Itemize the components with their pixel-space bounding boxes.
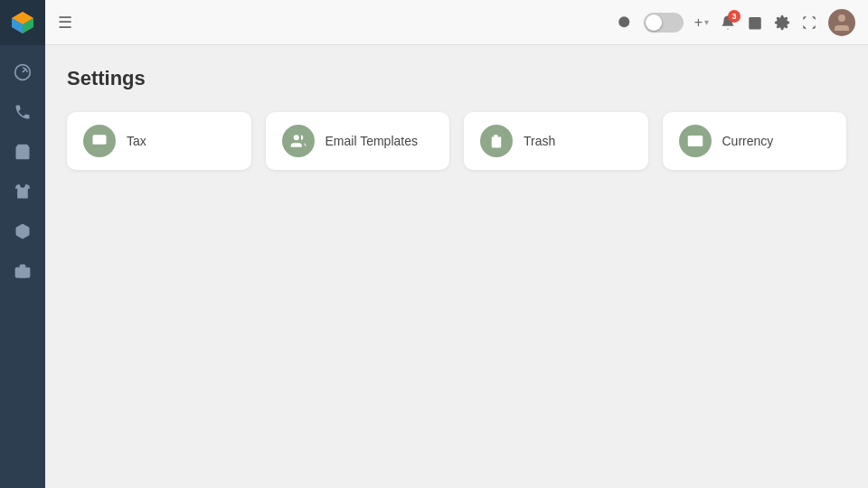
calendar-icon	[747, 14, 763, 31]
add-button[interactable]: + ▾	[694, 14, 709, 31]
briefcase-icon	[14, 262, 32, 280]
svg-point-23	[293, 135, 298, 140]
cart-icon	[14, 143, 32, 161]
calendar-button[interactable]	[747, 14, 763, 31]
trash-icon	[488, 133, 505, 149]
sidebar	[0, 0, 45, 488]
search-button[interactable]	[617, 14, 633, 31]
currency-label: Currency	[722, 134, 774, 148]
tax-icon-wrap	[83, 125, 116, 157]
search-icon	[617, 14, 633, 31]
svg-rect-14	[749, 17, 761, 30]
fullscreen-icon	[801, 14, 817, 31]
page-title: Settings	[67, 67, 846, 90]
email-templates-label: Email Templates	[326, 134, 418, 148]
fullscreen-button[interactable]	[801, 14, 817, 31]
chart-icon	[14, 302, 32, 320]
plus-label: +	[694, 14, 703, 31]
box-icon	[14, 222, 32, 240]
currency-icon-wrap	[679, 125, 712, 157]
hamburger-menu[interactable]: ☰	[58, 13, 72, 33]
settings-grid: Tax Email Templates Trash	[67, 112, 846, 170]
svg-rect-24	[687, 136, 703, 146]
settings-card-trash[interactable]: Trash	[464, 112, 648, 170]
avatar-icon	[831, 12, 853, 33]
clothing-icon	[14, 183, 32, 201]
app-logo[interactable]	[0, 0, 45, 45]
content-area: Settings Tax Email Templates	[45, 45, 868, 488]
settings-card-email-templates[interactable]: Email Templates	[266, 112, 450, 170]
settings-card-currency[interactable]: Currency	[663, 112, 847, 170]
toggle-switch[interactable]	[644, 13, 684, 33]
sidebar-nav	[0, 45, 45, 329]
header: ☰ + ▾ 3	[45, 0, 868, 45]
sidebar-item-clothing[interactable]	[5, 174, 41, 210]
user-avatar[interactable]	[828, 9, 855, 36]
svg-rect-20	[93, 135, 107, 145]
tax-icon	[91, 133, 108, 149]
gear-icon	[774, 14, 790, 31]
sidebar-item-cart[interactable]	[5, 134, 41, 170]
sidebar-item-chart[interactable]	[5, 293, 41, 329]
svg-line-5	[23, 70, 25, 72]
dashboard-icon	[14, 63, 32, 81]
email-templates-icon-wrap	[282, 125, 315, 157]
plus-caret: ▾	[704, 17, 709, 27]
trash-label: Trash	[524, 134, 555, 148]
toggle-knob	[646, 14, 662, 31]
notification-button[interactable]: 3	[720, 14, 736, 31]
notification-badge: 3	[728, 10, 741, 23]
svg-line-13	[627, 25, 630, 28]
main-area: ☰ + ▾ 3	[45, 0, 868, 488]
logo-icon	[10, 10, 35, 35]
currency-icon	[687, 133, 703, 149]
settings-button[interactable]	[774, 14, 790, 31]
trash-icon-wrap	[480, 125, 513, 157]
tax-label: Tax	[127, 134, 146, 148]
svg-point-19	[838, 14, 845, 22]
svg-point-12	[618, 16, 629, 27]
settings-card-tax[interactable]: Tax	[67, 112, 251, 170]
sidebar-item-phone[interactable]	[5, 94, 41, 130]
sidebar-item-box[interactable]	[5, 213, 41, 249]
sidebar-item-briefcase[interactable]	[5, 253, 41, 289]
email-templates-icon	[290, 133, 307, 149]
header-right: + ▾ 3	[617, 9, 855, 36]
header-left: ☰	[58, 13, 72, 33]
phone-icon	[14, 103, 32, 121]
sidebar-item-dashboard[interactable]	[5, 54, 41, 90]
